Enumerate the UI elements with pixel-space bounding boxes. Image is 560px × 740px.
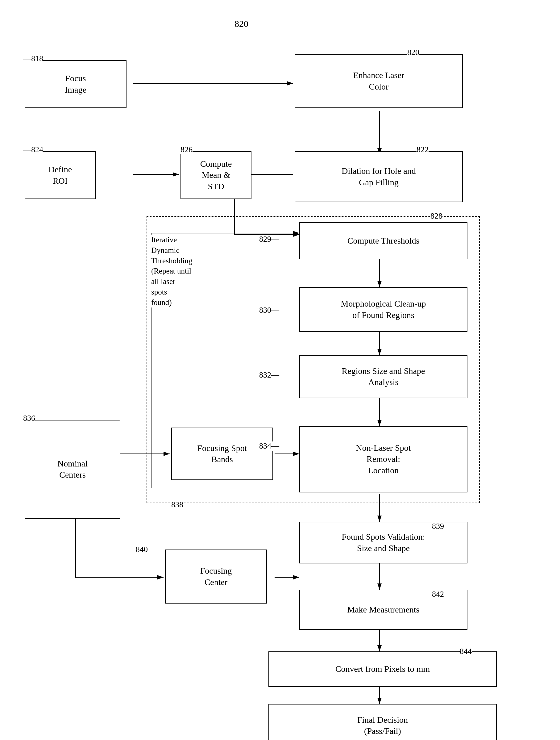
ref-829: 829— <box>259 235 279 244</box>
convert-pixels-label: Convert from Pixels to mm <box>335 663 430 674</box>
ref-830: 830— <box>259 306 279 315</box>
regions-size-label: Regions Size and ShapeAnalysis <box>342 366 425 388</box>
diagram-title-label: 820 <box>234 18 248 29</box>
compute-mean-box: ComputeMean &STD <box>181 151 251 199</box>
convert-pixels-box: Convert from Pixels to mm <box>268 651 497 687</box>
non-laser-label: Non-Laser SpotRemoval:Location <box>356 442 411 476</box>
dilation-box: Dilation for Hole andGap Filling <box>295 151 463 202</box>
focusing-spot-bands-box: Focusing SpotBands <box>171 428 273 480</box>
morphological-label: Morphological Clean-upof Found Regions <box>341 298 426 321</box>
morphological-box: Morphological Clean-upof Found Regions <box>299 287 467 332</box>
make-measurements-label: Make Measurements <box>347 604 419 615</box>
nominal-centers-box: NominalCenters <box>25 420 120 519</box>
dilation-label: Dilation for Hole andGap Filling <box>342 166 416 188</box>
ref-820: 820 <box>407 48 419 57</box>
focus-image-box: FocusImage <box>25 60 126 108</box>
flowchart-diagram: 820 FocusImage —818 Enhance LaserColor 8… <box>0 0 560 740</box>
enhance-laser-label: Enhance LaserColor <box>353 70 405 92</box>
final-decision-label: Final Decision(Pass/Fail) <box>357 714 408 737</box>
ref-834: 834— <box>259 442 279 451</box>
ref-840: 840 <box>136 545 148 554</box>
define-roi-box: DefineROI <box>25 151 96 199</box>
enhance-laser-box: Enhance LaserColor <box>295 54 463 108</box>
ref-824: —824 <box>23 145 43 154</box>
final-decision-box: Final Decision(Pass/Fail) <box>268 704 497 740</box>
ref-818: —818 <box>23 54 43 63</box>
non-laser-box: Non-Laser SpotRemoval:Location <box>299 426 467 492</box>
iterative-label: IterativeDynamicThresholding(Repeat unti… <box>151 235 238 307</box>
ref-836: 836 <box>23 414 35 423</box>
regions-size-box: Regions Size and ShapeAnalysis <box>299 355 467 398</box>
ref-832: 832— <box>259 370 279 380</box>
ref-844: 844 <box>460 647 472 656</box>
nominal-centers-label: NominalCenters <box>58 458 88 481</box>
ref-842: 842 <box>432 590 444 599</box>
focus-image-label: FocusImage <box>65 73 86 95</box>
focusing-center-box: FocusingCenter <box>165 550 267 604</box>
compute-thresholds-box: Compute Thresholds <box>299 222 467 259</box>
compute-mean-label: ComputeMean &STD <box>200 158 232 192</box>
ref-826: 826 <box>181 145 193 154</box>
ref-822: 822 <box>417 145 429 154</box>
ref-838: 838 <box>171 500 183 510</box>
ref-839: 839 <box>432 522 444 531</box>
ref-828: 828 <box>430 211 442 221</box>
focusing-center-label: FocusingCenter <box>200 565 232 588</box>
found-spots-label: Found Spots Validation:Size and Shape <box>342 531 425 554</box>
focusing-spot-bands-label: Focusing SpotBands <box>197 443 247 465</box>
define-roi-label: DefineROI <box>48 164 72 186</box>
compute-thresholds-label: Compute Thresholds <box>347 235 420 246</box>
